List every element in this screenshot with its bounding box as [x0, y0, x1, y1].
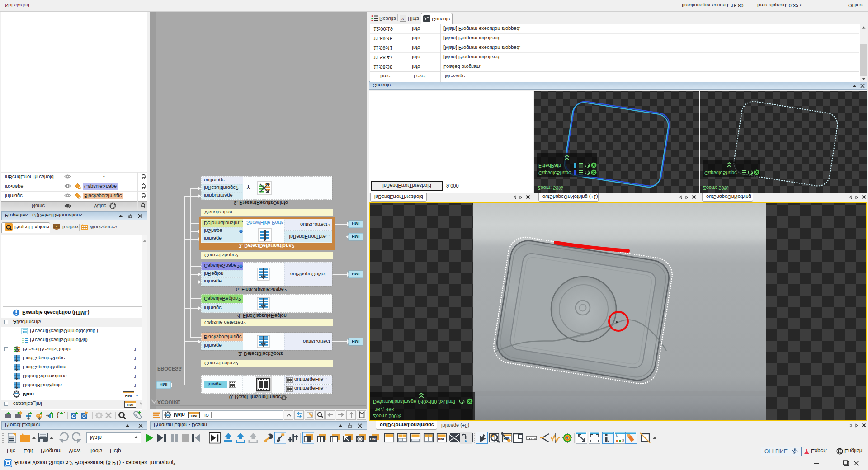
svg-text:inImage: inImage — [204, 236, 222, 241]
svg-text:Correct colors?: Correct colors? — [204, 361, 238, 366]
svg-text:outImageFile...: outImageFile... — [294, 377, 327, 382]
svg-text:7. DetectDeformations?: 7. DetectDeformations? — [239, 243, 295, 249]
svg-text:inShape: inShape — [204, 228, 222, 234]
svg-text:inImage: inImage — [204, 279, 222, 284]
svg-text:2. DetectBlackSpots: 2. DetectBlackSpots — [238, 351, 283, 357]
svg-text:inResultImage?: inResultImage? — [204, 185, 238, 191]
svg-text:Capsule defected?: Capsule defected? — [204, 320, 246, 325]
svg-text:Image: Image — [208, 382, 222, 387]
svg-text:4. FindCapsuleRegion: 4. FindCapsuleRegion — [237, 313, 287, 319]
svg-text:HMI: HMI — [352, 272, 359, 277]
svg-text:outShapeOnNot...: outShapeOnNot... — [290, 272, 330, 277]
svg-text:HMI: HMI — [160, 382, 167, 387]
svg-text:HMI: HMI — [370, 437, 377, 441]
svg-text:BlackspotsImage: BlackspotsImage — [204, 334, 242, 340]
svg-text:Correct shape?: Correct shape? — [204, 253, 238, 258]
svg-text:CapsuleRegion?: CapsuleRegion? — [204, 296, 241, 301]
svg-text:Y: Y — [246, 184, 250, 191]
svg-text:inInputImage: inInputImage — [204, 193, 233, 198]
svg-text:HMI: HMI — [352, 339, 359, 344]
svg-text:HMI: HMI — [352, 234, 359, 239]
svg-text:DeformationsIm...: DeformationsIm... — [204, 221, 243, 226]
svg-text:9. PresentResultsOnInfo: 9. PresentResultsOnInfo — [234, 200, 288, 206]
svg-text:5: 5 — [622, 438, 624, 442]
svg-text:outIsCorrect: outIsCorrect — [303, 339, 330, 344]
svg-text:inRegion: inRegion — [204, 271, 223, 277]
svg-text:inImage: inImage — [204, 306, 222, 311]
svg-text:PROCESS: PROCESS — [157, 366, 182, 371]
svg-text:HMI: HMI — [352, 221, 359, 226]
svg-text:5. FindCapsuleShape?: 5. FindCapsuleShape? — [236, 287, 287, 292]
svg-text:?: ? — [401, 16, 404, 21]
svg-text:outImage: outImage — [204, 178, 225, 183]
svg-text:Visualization: Visualization — [204, 210, 232, 215]
svg-text:0. ReadFilmstrip(Image): 0. ReadFilmstrip(Image) — [229, 395, 283, 400]
svg-text:Show/Hide Ports: Show/Hide Ports — [246, 220, 283, 226]
svg-text:CapsuleShape?: CapsuleShape? — [204, 263, 239, 268]
svg-text:inImage: inImage — [204, 343, 222, 348]
svg-text:HMI: HMI — [438, 437, 444, 441]
svg-text:outImageFile...: outImageFile... — [294, 386, 327, 391]
svg-text:inBendErrorThre...: inBendErrorThre... — [289, 234, 330, 240]
svg-text:ACQUIRE: ACQUIRE — [157, 400, 180, 405]
svg-text:y: y — [616, 434, 618, 438]
svg-text:outIsCorrect?: outIsCorrect? — [300, 222, 330, 227]
